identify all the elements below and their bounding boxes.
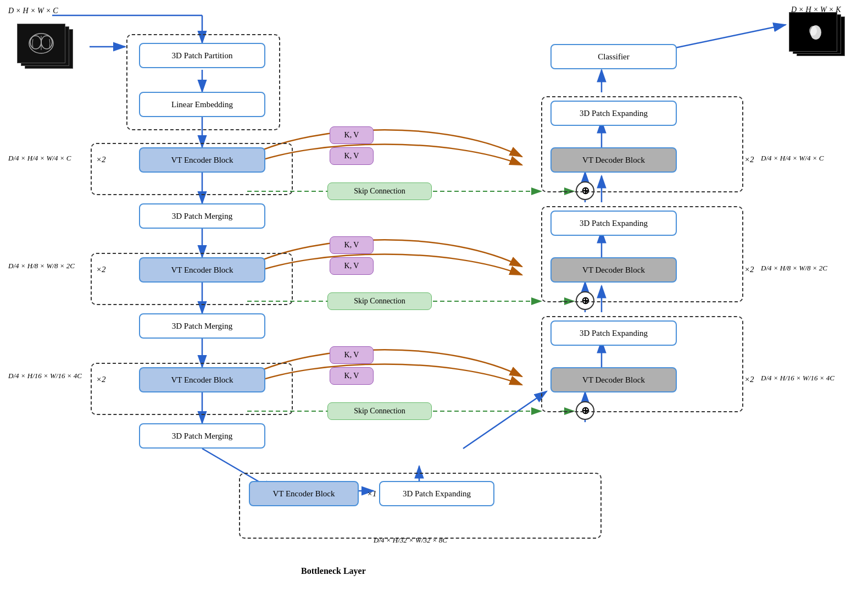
diagram-container: D × H × W × C D × H × W × K 3D Patch Par… (0, 0, 868, 592)
patch-expanding-3-box: 3D Patch Expanding (550, 320, 677, 346)
multiplier-dec1: ×2 (744, 155, 754, 164)
output-dims-label: D × H × W × K (791, 5, 841, 14)
skip-1-box: Skip Connection (327, 182, 432, 200)
enc2-dims-label: D/4 × H/8 × W/8 × 2C (8, 262, 75, 270)
vt-decoder-2-box: VT Decoder Block (550, 257, 677, 283)
vt-encoder-2-box: VT Encoder Block (139, 257, 265, 283)
skip-2-box: Skip Connection (327, 292, 432, 310)
multiplier-bn: ×1 (367, 489, 377, 499)
patch-merging-3-box: 3D Patch Merging (139, 423, 265, 449)
kv-1a-box: K, V (330, 126, 374, 144)
dec3-dims-label: D/4 × H/16 × W/16 × 4C (761, 374, 834, 383)
multiplier-enc2: ×2 (96, 265, 106, 274)
input-image-stack (14, 21, 85, 76)
kv-1b-box: K, V (330, 147, 374, 165)
dec1-dims-label: D/4 × H/4 × W/4 × C (761, 154, 824, 163)
patch-merging-1-box: 3D Patch Merging (139, 203, 265, 229)
svg-point-39 (41, 36, 52, 49)
classifier-box: Classifier (550, 44, 677, 69)
kv-3b-box: K, V (330, 367, 374, 385)
kv-2a-box: K, V (330, 236, 374, 254)
vt-encoder-bottleneck-box: VT Encoder Block (249, 481, 359, 506)
vt-encoder-1-box: VT Encoder Block (139, 147, 265, 173)
patch-expanding-2-box: 3D Patch Expanding (550, 211, 677, 236)
kv-3a-box: K, V (330, 346, 374, 364)
skip-3-box: Skip Connection (327, 402, 432, 420)
enc3-dims-label: D/4 × H/16 × W/16 × 4C (8, 372, 82, 380)
patch-partition-box: 3D Patch Partition (139, 43, 265, 68)
multiplier-dec2: ×2 (744, 265, 754, 274)
multiplier-enc3: ×2 (96, 375, 106, 384)
bottleneck-dims-label: D/4 × H/32 × W/32 × 8C (374, 536, 447, 545)
multiplier-dec3: ×2 (744, 375, 754, 384)
multiplier-enc1: ×2 (96, 155, 106, 164)
output-image-stack (786, 10, 857, 62)
svg-line-15 (463, 391, 547, 449)
enc1-dims-label: D/4 × H/4 × W/4 × C (8, 154, 71, 163)
bottleneck-layer-label: Bottleneck Layer (301, 566, 366, 576)
dec2-dims-label: D/4 × H/8 × W/8 × 2C (761, 264, 827, 273)
patch-expanding-bottleneck-box: 3D Patch Expanding (379, 481, 494, 506)
patch-merging-2-box: 3D Patch Merging (139, 313, 265, 339)
patch-expanding-1-box: 3D Patch Expanding (550, 101, 677, 126)
kv-2b-box: K, V (330, 257, 374, 275)
vt-decoder-1-box: VT Decoder Block (550, 147, 677, 173)
svg-point-42 (809, 26, 817, 36)
svg-point-38 (30, 36, 41, 49)
vt-decoder-3-box: VT Decoder Block (550, 367, 677, 392)
input-dims-label: D × H × W × C (8, 7, 58, 15)
linear-embedding-box: Linear Embedding (139, 92, 265, 117)
vt-encoder-3-box: VT Encoder Block (139, 367, 265, 392)
